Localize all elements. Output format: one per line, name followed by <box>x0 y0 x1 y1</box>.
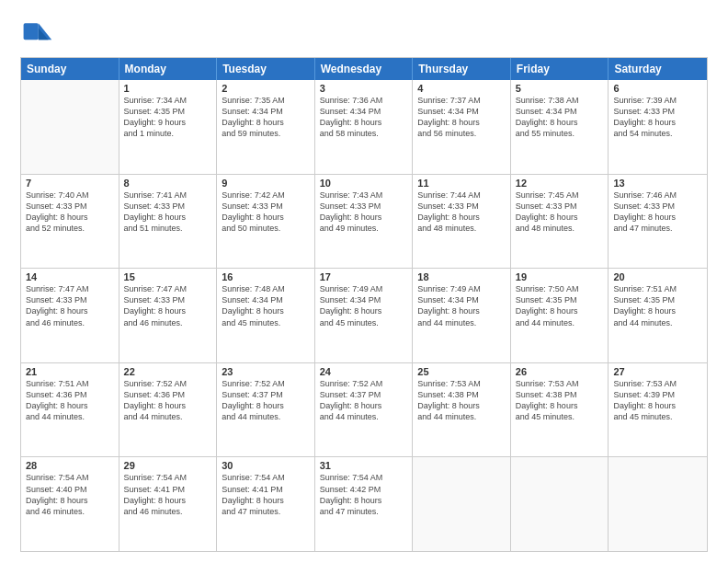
day-number: 30 <box>222 460 310 471</box>
day-info: Sunrise: 7:49 AM Sunset: 4:34 PM Dayligh… <box>417 283 506 328</box>
day-cell-14: 14Sunrise: 7:47 AM Sunset: 4:33 PM Dayli… <box>21 269 119 362</box>
calendar: SundayMondayTuesdayWednesdayThursdayFrid… <box>20 57 708 552</box>
day-cell-21: 21Sunrise: 7:51 AM Sunset: 4:36 PM Dayli… <box>21 363 119 457</box>
day-cell-27: 27Sunrise: 7:53 AM Sunset: 4:39 PM Dayli… <box>609 363 707 457</box>
day-number: 11 <box>417 178 506 189</box>
day-number: 8 <box>124 178 212 189</box>
day-number: 20 <box>613 271 702 282</box>
day-number: 5 <box>516 83 604 94</box>
logo <box>20 17 57 50</box>
day-info: Sunrise: 7:45 AM Sunset: 4:33 PM Dayligh… <box>516 190 604 235</box>
day-cell-1: 1Sunrise: 7:34 AM Sunset: 4:35 PM Daylig… <box>119 80 218 174</box>
calendar-row-2: 14Sunrise: 7:47 AM Sunset: 4:33 PM Dayli… <box>21 268 707 362</box>
weekday-header-thursday: Thursday <box>413 58 511 80</box>
day-info: Sunrise: 7:40 AM Sunset: 4:33 PM Dayligh… <box>26 190 114 235</box>
day-number: 31 <box>320 460 408 471</box>
day-number: 27 <box>613 366 702 377</box>
day-info: Sunrise: 7:53 AM Sunset: 4:38 PM Dayligh… <box>417 378 506 423</box>
day-number: 17 <box>320 271 408 282</box>
day-info: Sunrise: 7:46 AM Sunset: 4:33 PM Dayligh… <box>613 190 702 235</box>
day-cell-13: 13Sunrise: 7:46 AM Sunset: 4:33 PM Dayli… <box>609 175 707 269</box>
day-cell-3: 3Sunrise: 7:36 AM Sunset: 4:34 PM Daylig… <box>315 80 414 174</box>
day-number: 2 <box>222 83 310 94</box>
day-cell-15: 15Sunrise: 7:47 AM Sunset: 4:33 PM Dayli… <box>119 269 218 362</box>
day-number: 6 <box>613 83 702 94</box>
calendar-row-1: 7Sunrise: 7:40 AM Sunset: 4:33 PM Daylig… <box>21 174 707 269</box>
day-cell-31: 31Sunrise: 7:54 AM Sunset: 4:42 PM Dayli… <box>315 457 414 551</box>
day-cell-11: 11Sunrise: 7:44 AM Sunset: 4:33 PM Dayli… <box>413 175 511 269</box>
day-info: Sunrise: 7:54 AM Sunset: 4:40 PM Dayligh… <box>26 472 114 517</box>
calendar-header: SundayMondayTuesdayWednesdayThursdayFrid… <box>21 58 707 80</box>
day-cell-20: 20Sunrise: 7:51 AM Sunset: 4:35 PM Dayli… <box>609 269 707 362</box>
day-cell-25: 25Sunrise: 7:53 AM Sunset: 4:38 PM Dayli… <box>413 363 511 457</box>
logo-icon <box>20 17 53 50</box>
day-cell-23: 23Sunrise: 7:52 AM Sunset: 4:37 PM Dayli… <box>217 363 315 457</box>
day-info: Sunrise: 7:53 AM Sunset: 4:39 PM Dayligh… <box>613 378 702 423</box>
day-number: 9 <box>222 178 310 189</box>
day-number: 12 <box>516 178 604 189</box>
day-info: Sunrise: 7:42 AM Sunset: 4:33 PM Dayligh… <box>222 190 310 235</box>
day-cell-26: 26Sunrise: 7:53 AM Sunset: 4:38 PM Dayli… <box>511 363 609 457</box>
day-cell-22: 22Sunrise: 7:52 AM Sunset: 4:36 PM Dayli… <box>119 363 218 457</box>
day-number: 28 <box>26 460 114 471</box>
page: SundayMondayTuesdayWednesdayThursdayFrid… <box>0 0 728 563</box>
day-info: Sunrise: 7:47 AM Sunset: 4:33 PM Dayligh… <box>124 283 212 328</box>
day-info: Sunrise: 7:49 AM Sunset: 4:34 PM Dayligh… <box>320 283 408 328</box>
day-info: Sunrise: 7:54 AM Sunset: 4:41 PM Dayligh… <box>124 472 212 517</box>
calendar-row-4: 28Sunrise: 7:54 AM Sunset: 4:40 PM Dayli… <box>21 456 707 551</box>
day-info: Sunrise: 7:51 AM Sunset: 4:36 PM Dayligh… <box>26 378 114 423</box>
calendar-row-0: 1Sunrise: 7:34 AM Sunset: 4:35 PM Daylig… <box>21 80 707 174</box>
calendar-body: 1Sunrise: 7:34 AM Sunset: 4:35 PM Daylig… <box>21 80 707 551</box>
weekday-header-monday: Monday <box>119 58 218 80</box>
day-info: Sunrise: 7:53 AM Sunset: 4:38 PM Dayligh… <box>516 378 604 423</box>
day-cell-2: 2Sunrise: 7:35 AM Sunset: 4:34 PM Daylig… <box>217 80 315 174</box>
day-info: Sunrise: 7:37 AM Sunset: 4:34 PM Dayligh… <box>417 95 506 140</box>
empty-cell <box>511 457 609 551</box>
day-cell-5: 5Sunrise: 7:38 AM Sunset: 4:34 PM Daylig… <box>511 80 609 174</box>
day-cell-4: 4Sunrise: 7:37 AM Sunset: 4:34 PM Daylig… <box>413 80 511 174</box>
header <box>20 17 708 50</box>
empty-cell <box>413 457 511 551</box>
weekday-header-friday: Friday <box>511 58 609 80</box>
day-number: 19 <box>516 271 604 282</box>
day-cell-17: 17Sunrise: 7:49 AM Sunset: 4:34 PM Dayli… <box>315 269 414 362</box>
day-cell-16: 16Sunrise: 7:48 AM Sunset: 4:34 PM Dayli… <box>217 269 315 362</box>
day-number: 14 <box>26 271 114 282</box>
day-info: Sunrise: 7:50 AM Sunset: 4:35 PM Dayligh… <box>516 283 604 328</box>
day-number: 22 <box>124 366 212 377</box>
day-number: 18 <box>417 271 506 282</box>
day-number: 26 <box>516 366 604 377</box>
day-number: 23 <box>222 366 310 377</box>
day-info: Sunrise: 7:54 AM Sunset: 4:42 PM Dayligh… <box>320 472 408 517</box>
svg-rect-2 <box>24 23 39 40</box>
day-info: Sunrise: 7:54 AM Sunset: 4:41 PM Dayligh… <box>222 472 310 517</box>
day-number: 15 <box>124 271 212 282</box>
day-info: Sunrise: 7:48 AM Sunset: 4:34 PM Dayligh… <box>222 283 310 328</box>
day-info: Sunrise: 7:39 AM Sunset: 4:33 PM Dayligh… <box>613 95 702 140</box>
day-number: 16 <box>222 271 310 282</box>
day-cell-6: 6Sunrise: 7:39 AM Sunset: 4:33 PM Daylig… <box>609 80 707 174</box>
day-number: 24 <box>320 366 408 377</box>
day-cell-18: 18Sunrise: 7:49 AM Sunset: 4:34 PM Dayli… <box>413 269 511 362</box>
weekday-header-tuesday: Tuesday <box>217 58 315 80</box>
day-info: Sunrise: 7:51 AM Sunset: 4:35 PM Dayligh… <box>613 283 702 328</box>
day-number: 21 <box>26 366 114 377</box>
day-cell-24: 24Sunrise: 7:52 AM Sunset: 4:37 PM Dayli… <box>315 363 414 457</box>
day-number: 7 <box>26 178 114 189</box>
day-number: 10 <box>320 178 408 189</box>
day-cell-10: 10Sunrise: 7:43 AM Sunset: 4:33 PM Dayli… <box>315 175 414 269</box>
day-number: 4 <box>417 83 506 94</box>
day-info: Sunrise: 7:41 AM Sunset: 4:33 PM Dayligh… <box>124 190 212 235</box>
day-cell-30: 30Sunrise: 7:54 AM Sunset: 4:41 PM Dayli… <box>217 457 315 551</box>
day-number: 25 <box>417 366 506 377</box>
weekday-header-saturday: Saturday <box>609 58 707 80</box>
day-info: Sunrise: 7:52 AM Sunset: 4:37 PM Dayligh… <box>222 378 310 423</box>
day-cell-8: 8Sunrise: 7:41 AM Sunset: 4:33 PM Daylig… <box>119 175 218 269</box>
day-info: Sunrise: 7:34 AM Sunset: 4:35 PM Dayligh… <box>124 95 212 140</box>
day-number: 3 <box>320 83 408 94</box>
calendar-row-3: 21Sunrise: 7:51 AM Sunset: 4:36 PM Dayli… <box>21 362 707 457</box>
weekday-header-sunday: Sunday <box>21 58 119 80</box>
day-cell-19: 19Sunrise: 7:50 AM Sunset: 4:35 PM Dayli… <box>511 269 609 362</box>
day-info: Sunrise: 7:52 AM Sunset: 4:36 PM Dayligh… <box>124 378 212 423</box>
day-number: 1 <box>124 83 212 94</box>
